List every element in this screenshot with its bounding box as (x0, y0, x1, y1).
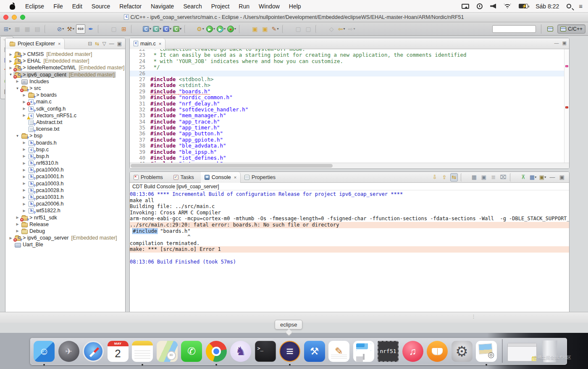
maximize-view[interactable]: ▣ (558, 173, 566, 182)
export-build-log[interactable]: ▦ (470, 173, 478, 182)
file-wt51822-h[interactable]: wt51822.h (5, 207, 125, 214)
code-line[interactable]: 27 #include <stdbool.h> (130, 76, 569, 82)
maps[interactable] (156, 340, 178, 362)
file-vectors-nrf51-c[interactable]: Vectors_nRF51.c (5, 112, 125, 119)
new-wizard[interactable]: ⊞ (3, 24, 12, 34)
volume-icon[interactable] (490, 4, 496, 9)
file-abstract-txt[interactable]: Abstract.txt (5, 119, 125, 126)
link-with-editor[interactable]: ⇆ (95, 41, 99, 47)
airplay-icon[interactable] (462, 4, 469, 9)
includes[interactable]: Includes (5, 78, 125, 85)
menu-item[interactable]: Run (234, 3, 254, 10)
tab-problems[interactable]: Problems (130, 172, 170, 183)
tree-expander[interactable] (15, 216, 20, 219)
view-menu[interactable]: ▽ (102, 41, 106, 47)
file-pca10000-h[interactable]: pca10000.h (5, 166, 125, 173)
next-annotation[interactable]: ▢ (294, 24, 303, 34)
ibooks[interactable] (426, 340, 448, 362)
open-perspective-button[interactable] (545, 24, 556, 34)
code-line[interactable]: 23 * It can easily be used as a starting… (130, 52, 569, 58)
sep[interactable] (461, 173, 468, 182)
previous-annotation[interactable]: ▢ (304, 24, 313, 34)
code-line[interactable]: 26 (130, 71, 569, 76)
horizontal-scrollbar[interactable] (130, 163, 569, 169)
tree-expander[interactable] (21, 182, 27, 185)
sep[interactable] (184, 25, 194, 33)
profile[interactable]: ▶ (216, 24, 226, 34)
terminal-view[interactable]: ▢ (109, 24, 118, 34)
code-line[interactable]: 40 #include "iot_defines.h" (130, 155, 569, 161)
previous-error[interactable]: ⇧ (441, 173, 448, 182)
close-tab-icon[interactable]: × (159, 41, 161, 46)
tree-expander[interactable] (21, 113, 27, 117)
menu-item[interactable]: Eclipse (21, 3, 49, 10)
sep[interactable] (239, 25, 248, 33)
tree-expander[interactable] (21, 141, 27, 145)
display-selected-console[interactable]: ▦ (529, 173, 537, 182)
terminal[interactable]: >_ (255, 340, 276, 362)
sep[interactable] (98, 25, 107, 33)
file-main-c[interactable]: main.c (5, 98, 125, 105)
file-license-txt[interactable]: license.txt (5, 126, 125, 132)
file-boards-h[interactable]: boards.h (5, 139, 125, 146)
code-line[interactable]: 30 #include "nordic_common.h" (130, 95, 569, 100)
sep[interactable] (315, 25, 325, 33)
menu-item[interactable]: Navigate (146, 3, 178, 10)
tree-expander[interactable] (21, 168, 27, 172)
project-ehal[interactable]: > EHAL [Embedded master] (5, 58, 125, 64)
maximize-view[interactable]: ▣ (117, 41, 122, 47)
code-line[interactable]: 25 */ (130, 64, 569, 70)
folder-release[interactable]: Release (5, 221, 125, 228)
spotlight-icon[interactable] (567, 4, 571, 8)
file-pca20006-h[interactable]: pca20006.h (5, 200, 125, 207)
eclipse[interactable]: ≡ (279, 340, 301, 362)
chrome[interactable] (205, 340, 227, 362)
run[interactable]: ▶ (206, 24, 215, 34)
overview-ruler[interactable] (564, 49, 569, 163)
menu-item[interactable]: Project (207, 3, 234, 10)
coverage[interactable]: ● (227, 24, 236, 34)
minimize-view[interactable]: — (109, 41, 114, 47)
menu-item[interactable]: Source (87, 3, 115, 10)
folder-src[interactable]: > src (5, 85, 125, 92)
tree-expander[interactable] (8, 59, 13, 63)
splitter-grip[interactable]: ⋮ (471, 314, 476, 319)
itunes[interactable]: ♫ (402, 340, 424, 362)
notification-center-icon[interactable]: ≡ (579, 3, 582, 10)
quick-access-input[interactable] (492, 25, 536, 33)
calendar[interactable]: MAY 2 (107, 340, 129, 362)
scrollbar-thumb[interactable] (131, 164, 333, 168)
battery-icon[interactable]: ⚡ (519, 4, 528, 8)
close-view-icon[interactable]: × (58, 41, 60, 46)
file-pca10003-h[interactable]: pca10003.h (5, 180, 125, 187)
folder-bsp[interactable]: > bsp (5, 132, 125, 139)
minimized-window[interactable] (507, 340, 537, 362)
open-resource[interactable]: ▣ (260, 24, 270, 34)
menu-item[interactable]: Help (284, 3, 306, 10)
new-class[interactable]: C (173, 24, 182, 34)
facetime[interactable]: ✆ (181, 340, 202, 362)
skip-all-breakpoints[interactable]: ⊘ (56, 24, 65, 34)
tab-properties[interactable]: Properties (241, 172, 282, 183)
tab-console[interactable]: Console × (201, 172, 241, 183)
tree-expander[interactable] (21, 161, 27, 165)
code-line[interactable]: 32 #include "softdevice_handler.h" (130, 107, 569, 113)
code-line[interactable]: 37 #include "app_gpiote.h" (130, 137, 569, 143)
clear-console[interactable]: ⌧ (499, 173, 507, 182)
new-connection[interactable]: ⊞ (119, 24, 129, 34)
sep[interactable] (510, 173, 517, 182)
time-machine-icon[interactable] (477, 3, 483, 9)
pin-console[interactable]: ⊼ (520, 173, 527, 182)
show-error-in-editor[interactable]: ⇆ (450, 173, 458, 182)
file-sdk-config-h[interactable]: sdk_config.h (5, 105, 125, 112)
wifi-icon[interactable] (504, 4, 511, 9)
apple-menu-icon[interactable] (9, 3, 16, 10)
save[interactable]: ▦ (13, 24, 22, 34)
code-line[interactable]: 39 #include "ble_ipsp.h" (130, 149, 569, 155)
tree-expander[interactable] (8, 66, 13, 70)
dock-divider[interactable] (500, 340, 504, 362)
sep[interactable] (131, 25, 140, 33)
github-desktop[interactable]: ♞ (230, 340, 252, 362)
tree-expander[interactable] (8, 73, 13, 76)
code-line[interactable]: 36 #include "app_button.h" (130, 131, 569, 137)
